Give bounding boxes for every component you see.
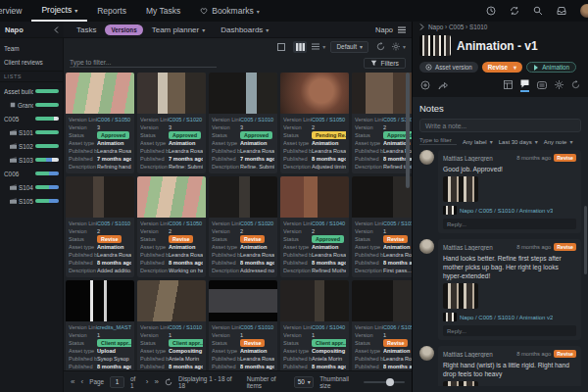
- reload-icon[interactable]: [165, 378, 172, 386]
- overview-tab-icon[interactable]: [504, 80, 513, 91]
- details-tab-icon[interactable]: [537, 81, 547, 91]
- status-badge[interactable]: Revise: [97, 235, 122, 243]
- version-link[interactable]: C005 / S1010 /...: [240, 117, 274, 122]
- nav-reports[interactable]: Reports: [87, 0, 136, 22]
- items-per-page-select[interactable]: 50: [294, 376, 314, 388]
- version-card-thumbnail[interactable]: [209, 73, 277, 114]
- status-badge[interactable]: Approved: [312, 235, 344, 243]
- version-link[interactable]: C005 / S1020 /...: [240, 220, 274, 226]
- panel-scrollbar[interactable]: [584, 206, 587, 274]
- version-link[interactable]: C005 / S1030 /...: [383, 220, 412, 226]
- note-body[interactable]: Mattias Lagergren8 months agoReviseGood …: [438, 150, 581, 233]
- tab-dashboards[interactable]: Dashboards: [214, 24, 275, 36]
- version-card[interactable]: Version LinkC006 / S1050 /...Version1Sta…: [352, 280, 412, 370]
- tab-versions[interactable]: Versions: [105, 24, 142, 35]
- version-link[interactable]: C006 / S1050 /...: [383, 324, 412, 330]
- version-link[interactable]: C006 / S1040 /...: [312, 324, 346, 330]
- note-attachment-thumbnail[interactable]: [443, 381, 478, 386]
- version-card[interactable]: Version LinkC005 / S1010 /...Version1Sta…: [209, 280, 277, 370]
- status-badge[interactable]: Revise: [240, 339, 265, 347]
- collapse-sidebar-icon[interactable]: [54, 26, 59, 33]
- status-badge[interactable]: Approved: [97, 131, 129, 139]
- sidebar-item-asset-builds[interactable]: Asset builds: [0, 84, 63, 98]
- tab-team-planner[interactable]: Team planner: [145, 24, 213, 36]
- settings-tab-icon[interactable]: [555, 80, 564, 91]
- version-card[interactable]: Version LinkC005 / S1050 /...Version2Sta…: [280, 73, 349, 173]
- version-card[interactable]: Version LinkC005 / S1030 /...Version2Sta…: [352, 73, 412, 173]
- version-card-thumbnail[interactable]: [209, 176, 277, 218]
- reply-input[interactable]: Reply...: [443, 325, 576, 336]
- sidebar-item-s1010[interactable]: S1010: [0, 125, 63, 139]
- version-link[interactable]: C005 / S1010 /...: [169, 324, 203, 330]
- version-card-thumbnail[interactable]: [66, 280, 134, 321]
- version-card-thumbnail[interactable]: [66, 73, 134, 114]
- prev-page-button[interactable]: ‹: [80, 377, 83, 387]
- refresh-icon[interactable]: [373, 41, 387, 53]
- page-number-input[interactable]: 1: [110, 376, 124, 388]
- date-filter-select[interactable]: Last 30 days: [499, 138, 538, 145]
- version-card-thumbnail[interactable]: [66, 176, 134, 218]
- status-badge[interactable]: Approved: [240, 131, 272, 139]
- share-icon[interactable]: [438, 80, 448, 92]
- expand-panel-icon[interactable]: [419, 24, 424, 30]
- note-attachment-thumbnail[interactable]: [443, 283, 478, 309]
- sidebar-item-s1050[interactable]: S1050: [0, 194, 63, 208]
- version-card[interactable]: Version LinkC005 / S1010 /...Version3Sta…: [209, 73, 277, 173]
- version-card[interactable]: Version LinkC005 / S1030 /...Version1Sta…: [352, 176, 412, 277]
- status-badge[interactable]: Client appr...: [97, 339, 131, 347]
- nav-my-tasks[interactable]: My Tasks: [136, 0, 190, 22]
- group-by-icon[interactable]: [312, 41, 325, 53]
- version-card[interactable]: Version LinkC006 / S1040 /...Version1Sta…: [280, 280, 349, 370]
- reply-input[interactable]: Reply...: [443, 219, 576, 229]
- nav-overview[interactable]: Overview: [0, 0, 31, 22]
- note-version-link[interactable]: Napo / C005 / S1010 / Animation v3: [443, 206, 576, 215]
- status-badge[interactable]: Revise: [383, 235, 408, 243]
- sidebar-item-c006[interactable]: C006: [0, 167, 63, 180]
- last-page-button[interactable]: »: [154, 377, 158, 387]
- thumbnail-size-slider[interactable]: [364, 381, 405, 383]
- tab-tasks[interactable]: Tasks: [70, 24, 103, 36]
- version-link[interactable]: C005 / S1020 /...: [169, 117, 203, 122]
- version-card-thumbnail[interactable]: [137, 176, 206, 218]
- sync-icon[interactable]: [510, 6, 519, 16]
- version-card[interactable]: Version LinkC005 / S1010 /...Version1Sta…: [137, 280, 206, 370]
- write-note-input[interactable]: Write a note...: [419, 119, 581, 132]
- plus-circle-icon[interactable]: [420, 80, 430, 92]
- status-badge[interactable]: Revise: [383, 339, 408, 347]
- search-icon[interactable]: [533, 6, 543, 16]
- version-card-thumbnail[interactable]: [137, 73, 206, 114]
- history-tab-icon[interactable]: [571, 80, 580, 91]
- version-card[interactable]: Version LinkC005 / S1020 /...Version2Sta…: [209, 176, 277, 277]
- sidebar-item-client-reviews[interactable]: Client reviews: [0, 55, 63, 69]
- note-body[interactable]: Mattias Lagergren8 months agoReviseHand …: [438, 239, 581, 340]
- version-card[interactable]: Version LinkC006 / S1050 /...Version3Sta…: [66, 73, 134, 173]
- version-card[interactable]: Version LinkC005 / S1020 /...Version3Sta…: [137, 73, 206, 173]
- slider-knob[interactable]: [386, 378, 394, 386]
- card-view-icon[interactable]: [274, 41, 288, 53]
- user-avatar[interactable]: [580, 4, 588, 18]
- status-badge[interactable]: Revise: [240, 235, 265, 243]
- note-version-link[interactable]: Napo / C005 / S1010 / Animation v2: [443, 313, 576, 321]
- version-card[interactable]: Version Linkcredits_MASTE...Version1Stat…: [66, 280, 134, 370]
- status-badge[interactable]: Client appr...: [169, 339, 203, 347]
- filters-button[interactable]: Filters: [364, 58, 406, 69]
- version-card-thumbnail[interactable]: [352, 176, 412, 218]
- version-card-thumbnail[interactable]: [209, 280, 277, 321]
- sidebar-item-grandf-[interactable]: Grandf...: [0, 98, 63, 112]
- note-filter-input[interactable]: Type to filter: [419, 137, 457, 145]
- status-badge[interactable]: Revise: [169, 235, 193, 243]
- status-badge[interactable]: Revise: [482, 62, 522, 73]
- version-card[interactable]: Version LinkC005 / S1010 /...Version2Sta…: [66, 176, 134, 277]
- version-link[interactable]: C005 / S1010 /...: [240, 324, 274, 330]
- version-card-thumbnail[interactable]: [352, 73, 412, 114]
- spreadsheet-project-menu[interactable]: Napo: [375, 25, 412, 34]
- column-view-icon[interactable]: [293, 41, 307, 53]
- label-filter-select[interactable]: Any label: [463, 138, 493, 145]
- version-card-thumbnail[interactable]: [280, 280, 349, 321]
- nav-bookmarks[interactable]: Bookmarks: [190, 0, 270, 22]
- task-link-badge[interactable]: Animation: [526, 62, 576, 73]
- version-link[interactable]: C006 / S1050 /...: [169, 220, 203, 226]
- status-badge[interactable]: Pending Re...: [312, 131, 346, 139]
- sidebar-item-s1040[interactable]: S1040: [0, 180, 63, 194]
- sidebar-item-team[interactable]: Team: [0, 41, 63, 55]
